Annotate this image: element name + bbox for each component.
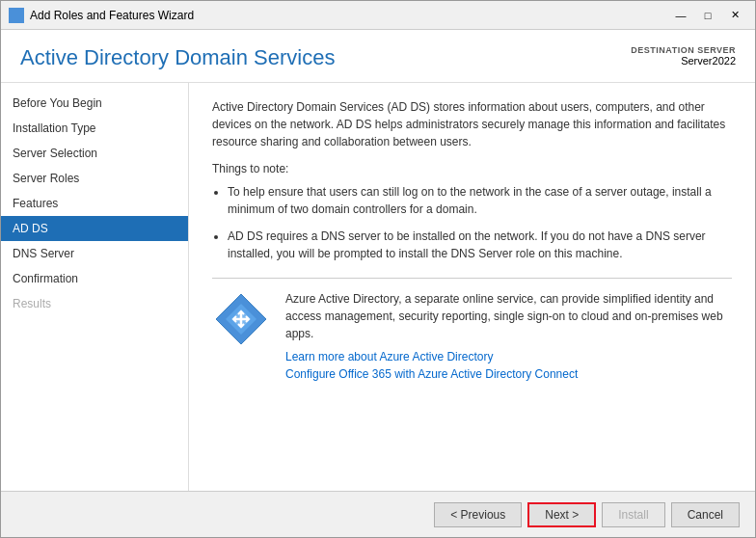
things-to-note-label: Things to note:	[212, 162, 732, 175]
maximize-button[interactable]: □	[695, 6, 720, 25]
azure-configure-link[interactable]: Configure Office 365 with Azure Active D…	[285, 367, 732, 381]
svg-rect-1	[17, 10, 22, 14]
page-header: Active Directory Domain Services DESTINA…	[1, 30, 755, 83]
page-title: Active Directory Domain Services	[20, 45, 335, 70]
bullet-item-2: AD DS requires a DNS server to be instal…	[228, 228, 732, 262]
install-button[interactable]: Install	[602, 502, 664, 527]
sidebar-item-dns-server[interactable]: DNS Server	[1, 241, 188, 266]
sidebar-item-server-selection[interactable]: Server Selection	[1, 141, 188, 166]
sidebar-item-server-roles[interactable]: Server Roles	[1, 166, 188, 191]
section-divider	[212, 278, 732, 279]
app-icon	[9, 8, 24, 23]
svg-rect-2	[11, 16, 15, 21]
azure-description: Azure Active Directory, a separate onlin…	[285, 290, 732, 342]
sidebar: Before You Begin Installation Type Serve…	[1, 83, 189, 491]
main-content: Before You Begin Installation Type Serve…	[1, 83, 755, 491]
wizard-window: Add Roles and Features Wizard — □ ✕ Acti…	[0, 0, 756, 538]
sidebar-item-results: Results	[1, 291, 188, 316]
azure-content: Azure Active Directory, a separate onlin…	[285, 290, 732, 385]
intro-text: Active Directory Domain Services (AD DS)…	[212, 98, 732, 150]
close-button[interactable]: ✕	[722, 6, 747, 25]
title-bar: Add Roles and Features Wizard — □ ✕	[1, 1, 755, 30]
minimize-button[interactable]: —	[668, 6, 693, 25]
sidebar-item-features[interactable]: Features	[1, 191, 188, 216]
next-button[interactable]: Next >	[527, 502, 596, 527]
bullet-item-1: To help ensure that users can still log …	[228, 183, 732, 218]
sidebar-item-ad-ds[interactable]: AD DS	[1, 216, 188, 241]
azure-section: Azure Active Directory, a separate onlin…	[212, 290, 732, 385]
sidebar-item-before-you-begin[interactable]: Before You Begin	[1, 91, 188, 116]
azure-learn-more-link[interactable]: Learn more about Azure Active Directory	[285, 350, 732, 363]
svg-rect-0	[11, 10, 15, 14]
previous-button[interactable]: < Previous	[434, 502, 522, 527]
title-bar-controls: — □ ✕	[668, 6, 747, 25]
footer: < Previous Next > Install Cancel	[1, 491, 755, 537]
destination-server-name: Server2022	[681, 55, 736, 67]
bullet-list: To help ensure that users can still log …	[228, 183, 732, 262]
sidebar-item-installation-type[interactable]: Installation Type	[1, 116, 188, 141]
sidebar-item-confirmation[interactable]: Confirmation	[1, 266, 188, 291]
destination-server-info: DESTINATION SERVER Server2022	[631, 45, 736, 67]
destination-server-label: DESTINATION SERVER	[631, 45, 736, 55]
title-bar-text: Add Roles and Features Wizard	[30, 9, 668, 22]
cancel-button[interactable]: Cancel	[671, 502, 740, 527]
svg-rect-3	[17, 16, 22, 21]
azure-ad-icon	[212, 290, 270, 348]
content-area: Active Directory Domain Services (AD DS)…	[189, 83, 755, 491]
